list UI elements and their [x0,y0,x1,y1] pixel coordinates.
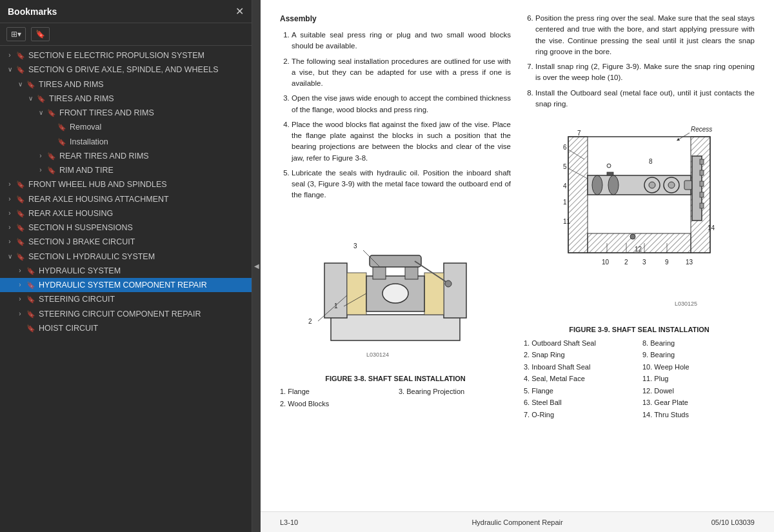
tree-label-tires-rims-sub: TIRES AND RIMS [49,94,252,104]
sidebar-item-section-e[interactable]: ›🔖SECTION E ELECTRIC PROPULSION SYSTEM [0,48,252,63]
figure-3-8-block: 1 2 3 L030124 FIGURE 3-8. SHAFT SEAL INS… [280,212,511,409]
svg-text:8: 8 [649,158,653,165]
fig39-legend-left-6: 4. Seal, Metal Face [524,373,636,384]
sidebar: Bookmarks ✕ ⊞▾ 🔖 ›🔖SECTION E ELECTRIC PR… [0,0,252,532]
fig39-legend-right-6: 11. Plug [642,373,755,384]
sidebar-collapse-handle[interactable]: ◀ [252,0,261,532]
bookmark-icon-rear-axle-housing: 🔖 [15,210,26,218]
figure-3-9-legend: 1. Outboard Shaft Seal8. Bearing2. Snap … [524,338,755,420]
expander-rear-tires[interactable]: › [35,152,46,159]
tree-label-installation: Installation [70,137,252,147]
expander-steering-repair[interactable]: › [14,310,26,317]
expander-front-tires[interactable]: ∨ [35,109,46,116]
tree-label-steering-repair: STEERING CIRCUIT COMPONENT REPAIR [39,309,252,319]
expander-rear-axle-housing[interactable]: › [4,210,15,217]
svg-text:12: 12 [635,246,642,253]
sidebar-item-tires-rims-sub[interactable]: ∨🔖TIRES AND RIMS [0,92,252,106]
tree-label-hydraulic-system: HYDRAULIC SYSTEM [39,266,252,276]
figure-3-8-legend: 1. Flange3. Bearing Projection2. Wood Bl… [280,386,511,409]
svg-point-11 [445,281,452,287]
sidebar-header: Bookmarks ✕ [0,0,252,23]
assembly-title: Assembly [280,13,511,25]
sidebar-item-section-h[interactable]: ›🔖SECTION H SUSPENSIONS [0,221,252,235]
sidebar-item-hoist-circuit[interactable]: 🔖HOIST CIRCUIT [0,321,252,335]
fig39-legend-left-2: 2. Snap Ring [524,350,636,360]
tree-label-front-wheel: FRONT WHEEL HUB AND SPINDLES [28,179,252,190]
sidebar-item-steering-circuit[interactable]: ›🔖STEERING CIRCUIT [0,292,252,306]
fig39-legend-left-8: 5. Flange [524,386,636,397]
expander-tires-rims-sub[interactable]: ∨ [25,95,36,102]
sidebar-item-rear-axle-housing[interactable]: ›🔖REAR AXLE HOUSING [0,206,252,221]
tree-label-steering-circuit: STEERING CIRCUIT [39,294,252,304]
sidebar-item-front-wheel[interactable]: ›🔖FRONT WHEEL HUB AND SPINDLES [0,177,252,192]
expander-front-wheel[interactable]: › [4,181,15,188]
tree-label-hoist-circuit: HOIST CIRCUIT [39,323,252,333]
sidebar-close-button[interactable]: ✕ [235,5,244,17]
bookmark-icon-section-l: 🔖 [15,253,26,261]
expander-hydraulic-repair[interactable]: › [14,281,26,288]
footer-title: Hydraulic Component Repair [438,518,596,526]
bookmark-add-button[interactable]: 🔖 [31,27,50,41]
bookmark-icon-section-g: 🔖 [15,66,26,74]
svg-rect-20 [568,137,588,253]
svg-text:7: 7 [577,130,581,137]
tree-label-rim-and-tire: RIM AND TIRE [59,165,252,175]
svg-text:2: 2 [308,318,312,325]
expander-section-l[interactable]: ∨ [4,253,15,260]
sidebar-item-rim-and-tire[interactable]: ›🔖RIM AND TIRE [0,163,252,177]
sidebar-item-steering-repair[interactable]: ›🔖STEERING CIRCUIT COMPONENT REPAIR [0,307,252,321]
view-toggle-button[interactable]: ⊞▾ [6,27,26,41]
fig39-legend-right-2: 9. Bearing [642,350,755,360]
svg-rect-38 [700,192,704,197]
sidebar-item-section-j[interactable]: ›🔖SECTION J BRAKE CIRCUIT [0,235,252,249]
assembly-step-1: A suitable seal press ring or plug and t… [292,30,511,52]
figure-3-8-diagram: 1 2 3 L030124 [305,212,486,366]
bookmark-icon-tires-rims-sub: 🔖 [36,95,46,103]
figure-3-9-block: 6 5 4 1 11 10 2 [524,117,755,420]
svg-text:3: 3 [353,242,357,250]
expander-steering-circuit[interactable]: › [14,295,26,302]
assembly-step-8: Install the Outboard seal (metal face ou… [535,88,755,110]
svg-rect-7 [405,266,418,279]
bookmark-icon-hydraulic-system: 🔖 [26,267,36,275]
dropdown-arrow: ▾ [17,30,21,39]
sidebar-item-front-tires[interactable]: ∨🔖FRONT TIRES AND RIMS [0,106,252,120]
tree-label-removal: Removal [70,122,252,132]
sidebar-item-tires-rims-parent[interactable]: ∨🔖TIRES AND RIMS [0,77,252,92]
expander-rim-and-tire[interactable]: › [35,166,46,173]
expander-tires-rims-parent[interactable]: ∨ [14,81,26,88]
bookmark-icon-hoist-circuit: 🔖 [26,324,36,333]
fig39-legend-left-4: 3. Inboard Shaft Seal [524,362,636,373]
expander-rear-axle-attach[interactable]: › [4,195,15,202]
page-content: Assembly A suitable seal press ring or p… [280,13,755,420]
svg-rect-1 [324,263,347,318]
fig39-legend-right-10: 13. Gear Plate [642,397,755,408]
assembly-steps-right: Position the press ring over the seal. M… [524,13,755,110]
svg-rect-0 [331,315,460,340]
expander-section-g[interactable]: ∨ [4,66,15,73]
expander-section-e[interactable]: › [4,52,15,59]
svg-text:2: 2 [624,259,628,266]
expander-hydraulic-system[interactable]: › [14,267,26,274]
sidebar-item-rear-axle-attach[interactable]: ›🔖REAR AXLE HOUSING ATTACHMENT [0,192,252,206]
sidebar-item-rear-tires[interactable]: ›🔖REAR TIRES AND RIMS [0,149,252,163]
tree-label-section-h: SECTION H SUSPENSIONS [28,222,252,233]
svg-text:14: 14 [708,224,715,232]
figure-3-9-label: FIGURE 3-9. SHAFT SEAL INSTALLATION [524,324,755,335]
bookmark-icon-section-j: 🔖 [15,238,26,246]
expander-section-h[interactable]: › [4,224,15,231]
footer-page-number: L3-10 [280,518,438,526]
sidebar-item-hydraulic-system[interactable]: ›🔖HYDRAULIC SYSTEM [0,264,252,278]
sidebar-item-section-g[interactable]: ∨🔖SECTION G DRIVE AXLE, SPINDLE, AND WHE… [0,63,252,77]
svg-rect-35 [700,159,704,164]
expander-section-j[interactable]: › [4,238,15,245]
sidebar-item-removal[interactable]: 🔖Removal [0,120,252,134]
sidebar-item-installation[interactable]: 🔖Installation [0,135,252,149]
bookmark-icon-steering-repair: 🔖 [26,310,36,319]
svg-point-40 [630,234,635,239]
svg-point-8 [382,284,408,303]
fig39-legend-right-8: 12. Dowel [642,386,755,397]
sidebar-item-hydraulic-repair[interactable]: ›🔖HYDRAULIC SYSTEM COMPONENT REPAIR [0,278,252,292]
svg-text:L030124: L030124 [366,351,389,358]
sidebar-item-section-l[interactable]: ∨🔖SECTION L HYDRAULIC SYSTEM [0,250,252,264]
